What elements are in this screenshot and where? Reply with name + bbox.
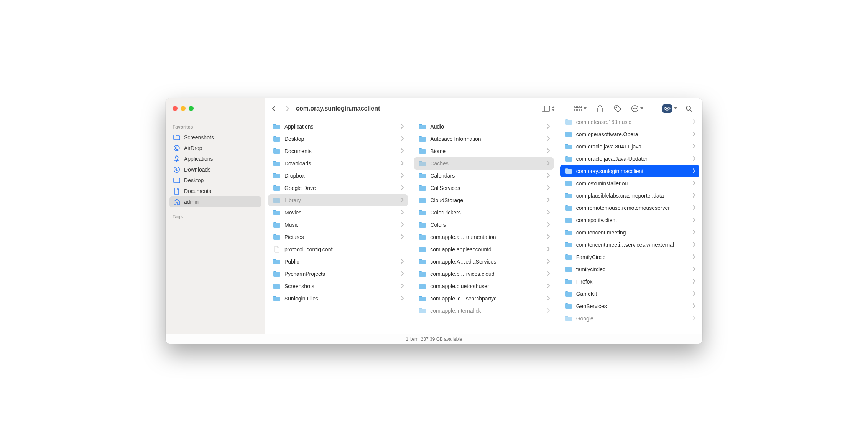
folder-row[interactable]: Colors	[414, 219, 553, 231]
column-2[interactable]: com.netease.163music com.operasoftware.O…	[557, 119, 702, 334]
folder-row[interactable]: com.operasoftware.Opera	[560, 128, 699, 140]
sidebar-item-desktop[interactable]: Desktop	[169, 175, 261, 186]
folder-row[interactable]: Downloads	[268, 157, 408, 170]
file-row[interactable]: protocol_config.conf	[268, 243, 408, 256]
sidebar-item-documents[interactable]: Documents	[169, 186, 261, 196]
folder-row[interactable]: ColorPickers	[414, 206, 553, 219]
folder-row[interactable]: GameKit	[560, 288, 699, 300]
folder-row[interactable]: CallServices	[414, 182, 553, 194]
folder-row[interactable]: Screenshots	[268, 280, 408, 292]
folder-row[interactable]: Public	[268, 256, 408, 268]
folder-row[interactable]: Pictures	[268, 231, 408, 243]
folder-icon	[419, 270, 426, 278]
folder-row[interactable]: Library	[268, 194, 408, 206]
sidebar-item-label: Screenshots	[184, 134, 257, 140]
svg-rect-5	[580, 106, 582, 108]
folder-row[interactable]: Firefox	[560, 275, 699, 288]
folder-row[interactable]: com.spotify.client	[560, 214, 699, 226]
folder-row[interactable]: PycharmProjects	[268, 268, 408, 280]
folder-row[interactable]: com.oray.sunlogin.macclient	[560, 165, 699, 177]
share-button[interactable]	[592, 101, 608, 116]
folder-row[interactable]: Desktop	[268, 133, 408, 145]
column-0[interactable]: Applications Desktop Documents Downloads…	[265, 119, 411, 334]
more-actions-button[interactable]	[627, 101, 647, 116]
row-label: Audio	[430, 124, 542, 130]
folder-row[interactable]: com.apple.bl…rvices.cloud	[414, 268, 553, 280]
folder-row[interactable]: Biome	[414, 145, 553, 157]
folder-row[interactable]: com.apple.A…ediaServices	[414, 256, 553, 268]
chevron-right-icon	[692, 229, 695, 236]
folder-row[interactable]: com.apple.ai…trumentation	[414, 231, 553, 243]
folder-row[interactable]: com.plausiblelabs.crashreporter.data	[560, 190, 699, 202]
folder-row[interactable]: com.osxuninstaller.ou	[560, 177, 699, 190]
folder-icon	[419, 135, 426, 143]
folder-row[interactable]: Movies	[268, 206, 408, 219]
folder-row[interactable]: Calendars	[414, 170, 553, 182]
column-browser: Applications Desktop Documents Downloads…	[265, 119, 702, 334]
sidebar-heading-favorites: Favorites	[169, 123, 261, 132]
sidebar-heading-tags: Tags	[169, 213, 261, 222]
group-by-button[interactable]	[570, 101, 590, 116]
folder-row[interactable]: com.apple.appleaccountd	[414, 243, 553, 256]
row-label: com.apple.A…ediaServices	[430, 259, 542, 265]
folder-row[interactable]: Dropbox	[268, 170, 408, 182]
view-columns-button[interactable]	[538, 101, 558, 116]
row-label: Google	[576, 315, 689, 322]
chevron-right-icon	[401, 173, 404, 179]
folder-row[interactable]: com.oracle.java.8u411.java	[560, 140, 699, 153]
chevron-right-icon	[692, 205, 695, 211]
minimize-window-button[interactable]	[181, 106, 186, 111]
folder-row[interactable]: Google	[560, 312, 699, 325]
svg-rect-7	[577, 109, 579, 111]
folder-row[interactable]: Documents	[268, 145, 408, 157]
folder-row[interactable]: Google Drive	[268, 182, 408, 194]
folder-row[interactable]: com.apple.bluetoothuser	[414, 280, 553, 292]
folder-row[interactable]: com.apple.ic…searchpartyd	[414, 292, 553, 305]
maximize-window-button[interactable]	[189, 106, 194, 111]
sidebar-item-airdrop[interactable]: AirDrop	[169, 143, 261, 153]
sidebar-item-label: admin	[184, 199, 257, 205]
folder-row[interactable]: GeoServices	[560, 300, 699, 312]
folder-row[interactable]: Sunlogin Files	[268, 292, 408, 305]
preview-button[interactable]	[659, 101, 679, 116]
chevron-right-icon	[692, 315, 695, 322]
back-button[interactable]	[268, 101, 280, 116]
folder-row[interactable]: com.apple.internal.ck	[414, 305, 553, 317]
search-button[interactable]	[681, 101, 697, 116]
folder-icon	[565, 130, 572, 138]
row-label: FamilyCircle	[576, 254, 689, 260]
sidebar-item-screenshots[interactable]: Screenshots	[169, 132, 261, 143]
close-window-button[interactable]	[173, 106, 178, 111]
column-1[interactable]: Audio Autosave Information Biome Caches …	[411, 119, 557, 334]
folder-icon	[273, 135, 281, 143]
folder-row[interactable]: CloudStorage	[414, 194, 553, 206]
tags-button[interactable]	[610, 101, 626, 116]
row-label: com.oray.sunlogin.macclient	[576, 168, 689, 174]
status-bar: 1 item, 237,39 GB available	[166, 334, 702, 344]
search-icon	[686, 105, 692, 112]
folder-row[interactable]: com.remotemouse.remotemouseserver	[560, 202, 699, 214]
folder-row[interactable]: FamilyCircle	[560, 251, 699, 263]
folder-icon	[565, 155, 572, 163]
folder-row[interactable]: Autosave Information	[414, 133, 553, 145]
folder-row[interactable]: Audio	[414, 120, 553, 133]
sidebar-item-admin[interactable]: admin	[169, 196, 261, 207]
folder-row[interactable]: com.netease.163music	[560, 119, 699, 128]
chevron-right-icon	[692, 217, 695, 223]
folder-row[interactable]: com.tencent.meeti…services.wmexternal	[560, 239, 699, 251]
folder-icon	[419, 184, 426, 192]
folder-row[interactable]: Caches	[414, 157, 553, 170]
folder-row[interactable]: com.tencent.meeting	[560, 226, 699, 239]
sidebar-item-downloads[interactable]: Downloads	[169, 164, 261, 175]
sidebar-item-applications[interactable]: Applications	[169, 153, 261, 164]
chevron-right-icon	[692, 168, 695, 174]
row-label: Pictures	[284, 234, 397, 240]
folder-row[interactable]: com.oracle.java.Java-Updater	[560, 153, 699, 165]
finder-window: com.oray.sunlogin.macclient	[166, 98, 702, 344]
forward-button[interactable]	[281, 101, 293, 116]
chevron-right-icon	[547, 234, 550, 240]
folder-row[interactable]: Music	[268, 219, 408, 231]
folder-icon	[273, 147, 281, 155]
folder-row[interactable]: familycircled	[560, 263, 699, 275]
folder-row[interactable]: Applications	[268, 120, 408, 133]
